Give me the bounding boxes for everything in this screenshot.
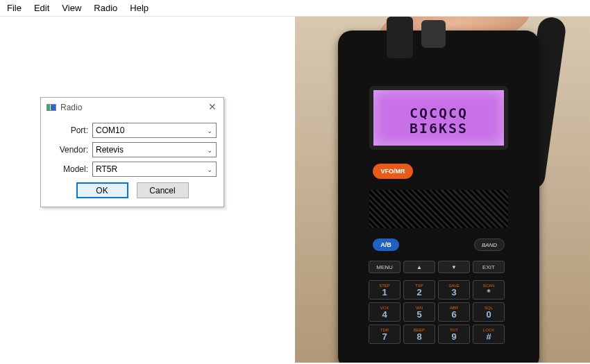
radio-photo: CQCQCQ BI6KSS VFO/MR A/B BAND MENU ▲ ▼ E… bbox=[295, 17, 590, 363]
key-5: WN5 bbox=[403, 302, 435, 322]
menu-key: MENU bbox=[369, 261, 401, 273]
chevron-down-icon[interactable]: ⌄ bbox=[203, 143, 216, 157]
dialog-titlebar[interactable]: Radio ✕ bbox=[41, 98, 224, 117]
vendor-value: Retevis bbox=[96, 145, 124, 155]
key-9: TOT9 bbox=[438, 324, 470, 344]
menu-view[interactable]: View bbox=[62, 3, 81, 13]
vfo-mr-button: VFO/MR bbox=[373, 164, 413, 179]
port-value: COM10 bbox=[96, 125, 124, 135]
radio-dialog: Radio ✕ Port: COM10 ⌄ Vendor: Retevis ⌄ bbox=[40, 97, 224, 207]
key-sql: SQL0 bbox=[473, 302, 505, 322]
ok-button[interactable]: OK bbox=[76, 182, 128, 198]
down-key: ▼ bbox=[438, 261, 470, 273]
model-combobox[interactable]: RT5R ⌄ bbox=[92, 162, 217, 177]
model-value: RT5R bbox=[96, 164, 117, 174]
keypad: STEP1 TXP2 SAVE3 SCAN* VOX4 WN5 ABR6 SQL… bbox=[369, 280, 505, 344]
menu-help[interactable]: Help bbox=[130, 3, 149, 13]
menu-edit[interactable]: Edit bbox=[34, 3, 49, 13]
speaker-grille bbox=[369, 190, 508, 228]
key-hash: LOCK# bbox=[473, 324, 505, 344]
lcd-line2: BI6KSS bbox=[373, 121, 504, 136]
chevron-down-icon[interactable]: ⌄ bbox=[203, 123, 216, 137]
key-8: BEEP8 bbox=[403, 324, 435, 344]
key-7: TDR7 bbox=[369, 324, 401, 344]
key-1: STEP1 bbox=[369, 280, 401, 300]
chevron-down-icon[interactable]: ⌄ bbox=[203, 162, 216, 176]
vendor-combobox[interactable]: Retevis ⌄ bbox=[92, 142, 217, 157]
vendor-label: Vendor: bbox=[48, 145, 88, 155]
handheld-radio: CQCQCQ BI6KSS VFO/MR A/B BAND MENU ▲ ▼ E… bbox=[338, 31, 539, 363]
band-button: BAND bbox=[474, 239, 505, 251]
exit-key: EXIT bbox=[473, 261, 505, 273]
radio-app-icon bbox=[47, 104, 56, 111]
function-key-row: MENU ▲ ▼ EXIT bbox=[369, 261, 505, 273]
menu-file[interactable]: File bbox=[7, 3, 22, 13]
key-3: SAVE3 bbox=[438, 280, 470, 300]
model-label: Model: bbox=[48, 164, 88, 174]
key-scan: SCAN* bbox=[473, 280, 505, 300]
port-combobox[interactable]: COM10 ⌄ bbox=[92, 123, 217, 138]
lcd-line1: CQCQCQ bbox=[373, 105, 504, 121]
volume-knob bbox=[421, 20, 446, 48]
key-4: VOX4 bbox=[369, 302, 401, 322]
port-label: Port: bbox=[48, 125, 88, 135]
close-icon[interactable]: ✕ bbox=[207, 102, 218, 113]
up-key: ▲ bbox=[403, 261, 435, 273]
dialog-title: Radio bbox=[60, 103, 82, 112]
menu-radio[interactable]: Radio bbox=[94, 3, 117, 13]
menubar: File Edit View Radio Help bbox=[0, 0, 590, 17]
lcd-screen: CQCQCQ BI6KSS bbox=[369, 86, 508, 150]
ab-button: A/B bbox=[373, 239, 399, 251]
key-6: ABR6 bbox=[438, 302, 470, 322]
antenna bbox=[387, 17, 413, 58]
cancel-button[interactable]: Cancel bbox=[137, 182, 189, 198]
key-2: TXP2 bbox=[403, 280, 435, 300]
application-client-area: Radio ✕ Port: COM10 ⌄ Vendor: Retevis ⌄ bbox=[0, 17, 295, 363]
